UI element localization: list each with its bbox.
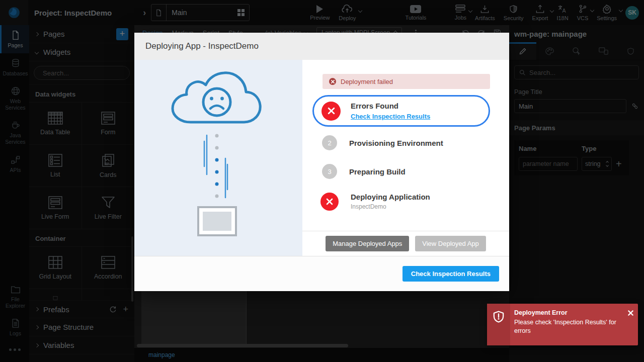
error-badge-icon bbox=[320, 193, 339, 211]
check-inspection-results-button[interactable]: Check Inspection Results bbox=[403, 266, 499, 282]
toast-message: Please check 'Inspection Results' for er… bbox=[514, 318, 625, 335]
error-badge-icon bbox=[321, 102, 341, 121]
toast-icon-strip bbox=[487, 304, 510, 345]
manage-deployed-apps-button[interactable]: Manage Deployed Apps bbox=[326, 236, 409, 251]
deployment-error-toast[interactable]: Deployment Error Please check 'Inspectio… bbox=[487, 304, 638, 345]
error-circle-icon bbox=[329, 78, 336, 85]
alert-shield-icon bbox=[493, 311, 504, 323]
toast-close-button[interactable] bbox=[628, 310, 633, 316]
step-number-badge: 3 bbox=[322, 164, 337, 179]
deploy-status-pane: Deployment failed Errors Found Check Ins… bbox=[302, 60, 509, 256]
step-number-badge: 2 bbox=[322, 135, 337, 150]
check-inspection-results-link[interactable]: Check Inspection Results bbox=[351, 113, 430, 120]
step-preparing-build: 3 Preparing Build bbox=[322, 164, 490, 179]
step-provisioning: 2 Provisioning Environment bbox=[322, 135, 490, 150]
toast-body: Deployment Error Please check 'Inspectio… bbox=[510, 304, 638, 345]
step-deploying-application: Deploying Application InspectDemo bbox=[320, 193, 490, 211]
deploy-dialog-title: Deploying App - InspectDemo bbox=[134, 33, 509, 60]
deployment-failed-alert: Deployment failed bbox=[323, 74, 490, 89]
deploy-actions-row: Manage Deployed Apps View Deployed App bbox=[302, 231, 509, 256]
toast-title: Deployment Error bbox=[514, 309, 625, 316]
step-title: Errors Found bbox=[351, 102, 398, 110]
view-deployed-app-button[interactable]: View Deployed App bbox=[415, 236, 486, 251]
wavemaker-studio: Project: InspectDemo › Main Preview Depl… bbox=[0, 0, 644, 362]
deploy-dialog-footer: Check Inspection Results bbox=[134, 256, 509, 291]
deploy-illustration bbox=[134, 60, 302, 256]
sad-cloud-illustration bbox=[134, 60, 302, 256]
step-errors-found: Errors Found Check Inspection Results bbox=[312, 95, 490, 127]
step-subtitle: InspectDemo bbox=[351, 203, 386, 210]
deploy-dialog: Deploying App - InspectDemo bbox=[134, 33, 509, 291]
